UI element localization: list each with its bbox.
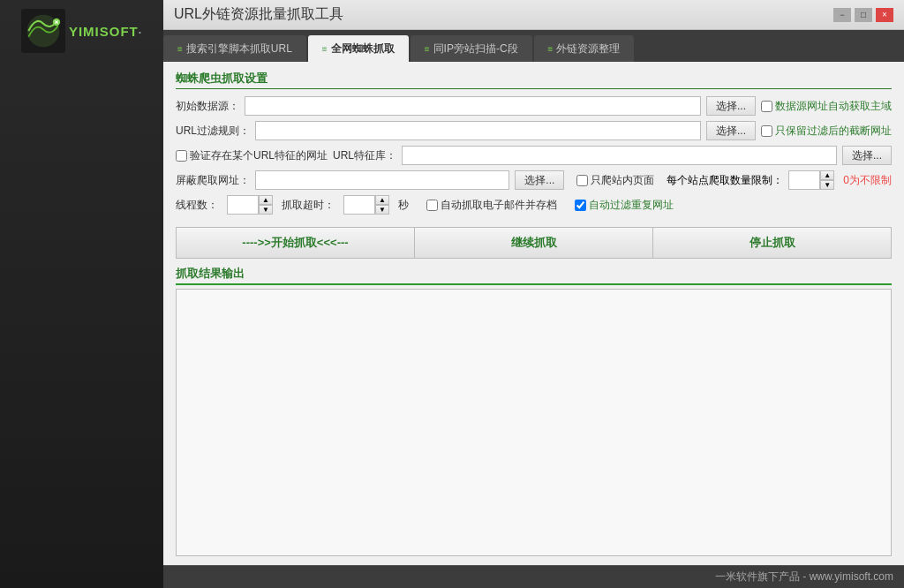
per-site-limit-input[interactable]: 0 — [788, 170, 820, 190]
tab-icon-web: ≡ — [322, 44, 328, 54]
initial-data-source-input[interactable] — [245, 96, 701, 116]
initial-data-source-select-button[interactable]: 选择... — [706, 96, 756, 116]
maximize-button[interactable]: □ — [855, 8, 872, 22]
minimize-button[interactable]: － — [833, 8, 851, 22]
keep-truncated-label: 只保留过滤后的截断网址 — [775, 124, 892, 139]
tab-icon-ip: ≡ — [425, 44, 430, 54]
url-filter-row: URL过滤规则： 选择... 只保留过滤后的截断网址 — [176, 121, 892, 140]
window-controls: － □ × — [833, 8, 893, 22]
only-inner-checkbox-label[interactable]: 只爬站内页面 — [576, 173, 654, 188]
timeout-spinbox: 10 ▲ ▼ — [343, 195, 389, 215]
shield-label: 屏蔽爬取网址： — [176, 173, 250, 188]
per-site-limit-up[interactable]: ▲ — [820, 170, 834, 180]
tab-icon-search: ≡ — [177, 44, 183, 54]
logo-icon — [21, 9, 65, 53]
thread-down[interactable]: ▼ — [259, 205, 273, 215]
auto-domain-checkbox-label[interactable]: 数据源网址自动获取主域 — [761, 99, 892, 114]
initial-data-source-row: 初始数据源： 选择... 数据源网址自动获取主域 — [176, 96, 892, 116]
app-title-bar: URL外链资源批量抓取工具 － □ × — [163, 0, 904, 30]
tab-label-search: 搜索引擎脚本抓取URL — [186, 41, 292, 57]
tab-ip[interactable]: ≡ 同IP旁站扫描-C段 — [411, 35, 532, 62]
start-button[interactable]: ---->>开始抓取<<<--- — [176, 227, 414, 259]
right-options-1: 数据源网址自动获取主域 — [761, 99, 892, 114]
per-site-limit-label: 每个站点爬取数量限制： — [667, 173, 783, 188]
continue-button[interactable]: 继续抓取 — [414, 227, 653, 259]
only-inner-label: 只爬站内页面 — [591, 173, 654, 188]
auto-domain-checkbox[interactable] — [761, 101, 772, 112]
sec-label: 秒 — [398, 198, 409, 213]
thread-spinbox: 1 ▲ ▼ — [227, 195, 273, 215]
settings-area: 蜘蛛爬虫抓取设置 初始数据源： 选择... 数据源网址自动获取主域 U — [163, 62, 904, 565]
tab-external[interactable]: ≡ 外链资源整理 — [534, 35, 635, 62]
url-filter-label: URL过滤规则： — [176, 124, 250, 139]
timeout-input[interactable]: 10 — [343, 195, 375, 215]
auto-dedup-checkbox[interactable] — [575, 200, 586, 211]
shield-row: 屏蔽爬取网址： 选择... 只爬站内页面 每个站点爬取数量限制： 0 ▲ ▼ — [176, 170, 892, 190]
keep-truncated-checkbox-label[interactable]: 只保留过滤后的截断网址 — [761, 124, 892, 139]
per-site-limit-spinbox: 0 ▲ ▼ — [788, 170, 834, 190]
url-chars-input[interactable] — [402, 146, 837, 165]
logo-panel: YIMISOFT· — [0, 0, 163, 588]
output-title: 抓取结果输出 — [176, 266, 892, 285]
footer-text: 一米软件旗下产品 - www.yimisoft.com — [715, 570, 893, 583]
tab-label-external: 外链资源整理 — [556, 41, 620, 57]
per-site-limit-down[interactable]: ▼ — [820, 180, 834, 190]
only-inner-checkbox[interactable] — [576, 175, 588, 186]
url-chars-label: URL特征库： — [333, 148, 396, 163]
verify-url-label: 验证存在某个URL特征的网址 — [190, 148, 328, 163]
thread-input[interactable]: 1 — [227, 195, 259, 215]
right-options-2: 只保留过滤后的截断网址 — [761, 124, 892, 139]
auto-email-label: 自动抓取电子邮件并存档 — [441, 198, 557, 213]
timeout-up[interactable]: ▲ — [375, 195, 389, 205]
url-filter-input[interactable] — [255, 121, 701, 140]
stop-button[interactable]: 停止抓取 — [653, 227, 892, 259]
initial-data-source-label: 初始数据源： — [176, 99, 239, 114]
thread-row: 线程数： 1 ▲ ▼ 抓取超时： 10 ▲ ▼ — [176, 195, 892, 215]
keep-truncated-checkbox[interactable] — [761, 125, 772, 137]
thread-up[interactable]: ▲ — [259, 195, 273, 205]
app-title: URL外链资源批量抓取工具 — [174, 5, 343, 24]
auto-dedup-label: 自动过滤重复网址 — [589, 198, 674, 213]
auto-domain-label: 数据源网址自动获取主域 — [775, 99, 892, 114]
auto-dedup-checkbox-label[interactable]: 自动过滤重复网址 — [575, 198, 674, 213]
output-section: 抓取结果输出 — [176, 266, 892, 556]
tab-label-web: 全网蜘蛛抓取 — [331, 41, 395, 57]
verify-url-checkbox[interactable] — [176, 150, 187, 162]
tab-icon-external: ≡ — [548, 44, 554, 54]
zero-hint: 0为不限制 — [843, 173, 892, 188]
url-filter-select-button[interactable]: 选择... — [706, 121, 756, 140]
verify-url-checkbox-label[interactable]: 验证存在某个URL特征的网址 — [176, 148, 328, 163]
auto-email-checkbox[interactable] — [426, 200, 438, 211]
section-title: 蜘蛛爬虫抓取设置 — [176, 71, 892, 89]
timeout-down[interactable]: ▼ — [375, 205, 389, 215]
auto-email-checkbox-label[interactable]: 自动抓取电子邮件并存档 — [426, 198, 557, 213]
output-area[interactable] — [176, 289, 892, 556]
thread-label: 线程数： — [176, 198, 218, 213]
tab-search[interactable]: ≡ 搜索引擎脚本抓取URL — [163, 35, 306, 62]
url-chars-select-button[interactable]: 选择... — [842, 146, 892, 165]
tab-bar: ≡ 搜索引擎脚本抓取URL ≡ 全网蜘蛛抓取 ≡ 同IP旁站扫描-C段 ≡ 外链… — [163, 30, 904, 62]
url-char-filter-row: 验证存在某个URL特征的网址 URL特征库： 选择... — [176, 146, 892, 165]
tab-label-ip: 同IP旁站扫描-C段 — [433, 41, 518, 57]
timeout-label: 抓取超时： — [282, 198, 335, 213]
shield-select-button[interactable]: 选择... — [515, 170, 564, 190]
tab-web[interactable]: ≡ 全网蜘蛛抓取 — [308, 35, 409, 62]
close-button[interactable]: × — [876, 8, 893, 22]
shield-input[interactable] — [255, 170, 509, 190]
logo-text: YIMISOFT· — [69, 24, 142, 39]
footer: 一米软件旗下产品 - www.yimisoft.com — [163, 565, 904, 588]
action-bar: ---->>开始抓取<<<--- 继续抓取 停止抓取 — [176, 227, 892, 259]
